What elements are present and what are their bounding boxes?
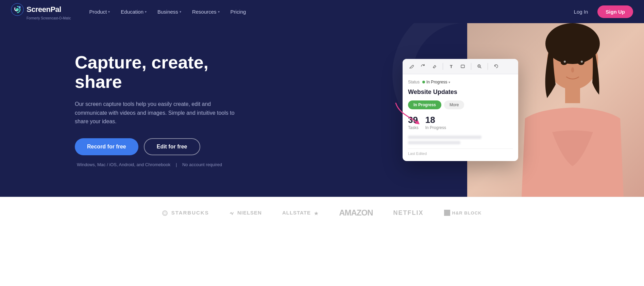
svg-point-11	[564, 61, 566, 63]
starbucks-logo: STARBUCKS	[162, 210, 209, 216]
hero-note: Windows, Mac / iOS, Android, and Chromeb…	[75, 162, 238, 167]
hero-description: Our screen capture tools help you easily…	[75, 100, 238, 126]
education-chevron-icon: ▾	[145, 10, 147, 14]
undo-tool-icon[interactable]	[492, 62, 500, 70]
hero-visual: T Status In Progre	[379, 23, 644, 197]
blurred-row-1	[408, 136, 481, 139]
nav-pricing[interactable]: Pricing	[226, 6, 251, 17]
pink-arrow	[389, 100, 423, 128]
platforms-text: Windows, Mac / iOS, Android, and Chromeb…	[77, 162, 170, 167]
toolbar-separator-3	[488, 63, 488, 70]
status-label-text: Status	[408, 80, 420, 84]
pen-tool-icon[interactable]	[407, 62, 416, 70]
netflix-logo: NETFLIX	[393, 209, 424, 217]
widget-title: Website Updates	[408, 89, 513, 96]
svg-rect-8	[565, 86, 580, 103]
product-chevron-icon: ▾	[108, 10, 110, 14]
status-dot-icon	[422, 81, 425, 83]
widget-footer: Last Edited	[408, 148, 513, 156]
toolbar-separator-2	[471, 63, 471, 70]
hr-block-logo: H&R BLOCK	[444, 210, 482, 216]
signup-button[interactable]: Sign Up	[597, 5, 633, 18]
hero-content: Capture, create, share Our screen captur…	[0, 32, 238, 188]
brand-name: ScreenPal	[27, 5, 61, 14]
logo[interactable]: ScreenPal	[11, 3, 71, 16]
nav-actions: Log In Sign Up	[570, 5, 633, 18]
eraser-tool-icon[interactable]	[430, 62, 439, 70]
note-separator: |	[176, 162, 177, 167]
nav-education[interactable]: Education ▾	[116, 6, 151, 17]
resources-chevron-icon: ▾	[218, 10, 220, 14]
nav-links: Product ▾ Education ▾ Business ▾ Resourc…	[85, 6, 570, 17]
svg-rect-3	[461, 65, 464, 68]
last-edited-label: Last Edited	[408, 152, 427, 156]
in-progress-number: 18	[425, 115, 446, 125]
navbar: ScreenPal Formerly Screencast-O-Matic Pr…	[0, 0, 644, 23]
blurred-row-2	[408, 141, 460, 144]
edit-free-button[interactable]: Edit for free	[144, 138, 200, 155]
nav-resources[interactable]: Resources ▾	[187, 6, 224, 17]
text-tool-icon[interactable]: T	[447, 62, 455, 70]
allstate-logo: Allstate	[282, 210, 319, 216]
logo-area: ScreenPal Formerly Screencast-O-Matic	[11, 3, 71, 20]
status-badge: In Progress ▾	[422, 80, 450, 84]
widget-stats: 39 Tasks 18 In Progress	[408, 115, 513, 130]
business-chevron-icon: ▾	[180, 10, 181, 14]
nav-business[interactable]: Business ▾	[153, 6, 186, 17]
svg-point-1	[16, 8, 19, 11]
screenpal-icon	[11, 3, 24, 16]
status-value: In Progress	[426, 80, 447, 84]
in-progress-label: In Progress	[425, 125, 446, 130]
record-free-button[interactable]: Record for free	[75, 138, 138, 155]
hr-square-icon	[444, 210, 450, 216]
no-account-text: No account required	[182, 162, 222, 167]
svg-point-12	[581, 61, 583, 63]
toolbar-separator-1	[443, 63, 443, 70]
tab-more[interactable]: More	[444, 100, 464, 109]
nielsen-logo: Nielsen	[230, 210, 262, 216]
logos-section: STARBUCKS Nielsen Allstate amazon NETFLI…	[0, 197, 644, 227]
nav-product[interactable]: Product ▾	[85, 6, 115, 17]
hero-buttons: Record for free Edit for free	[75, 138, 238, 155]
brand-formerly: Formerly Screencast-O-Matic	[27, 16, 71, 20]
svg-point-13	[163, 211, 167, 216]
rotate-tool-icon[interactable]	[419, 62, 427, 70]
widget-tabs: In Progress More	[408, 100, 513, 109]
svg-point-7	[545, 23, 600, 64]
amazon-logo: amazon	[339, 208, 373, 218]
login-button[interactable]: Log In	[570, 6, 592, 17]
status-chevron-icon: ▾	[448, 80, 450, 84]
widget-toolbar: T	[403, 59, 518, 74]
zoom-tool-icon[interactable]	[475, 62, 484, 70]
svg-point-14	[164, 212, 166, 214]
hero-title: Capture, create, share	[75, 53, 238, 92]
widget-status-row: Status In Progress ▾	[408, 80, 513, 84]
rect-tool-icon[interactable]	[459, 62, 467, 70]
stat-in-progress: 18 In Progress	[425, 115, 446, 130]
hero-section: Capture, create, share Our screen captur…	[0, 23, 644, 197]
